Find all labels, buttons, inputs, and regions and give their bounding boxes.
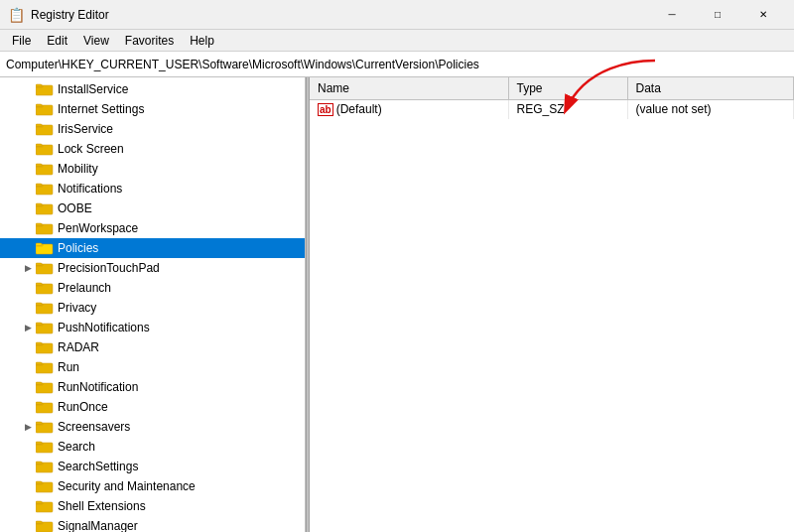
folder-icon: [36, 201, 54, 215]
tree-item-PrecisionTouchPad[interactable]: ▶ PrecisionTouchPad: [0, 258, 305, 278]
svg-rect-9: [36, 124, 42, 127]
expand-icon: ▶: [20, 323, 36, 332]
tree-item-label: Policies: [58, 241, 98, 255]
col-data[interactable]: Data: [627, 77, 794, 99]
address-path: Computer\HKEY_CURRENT_USER\Software\Micr…: [6, 58, 479, 71]
tree-item-LockScreen[interactable]: Lock Screen: [0, 139, 305, 159]
folder-icon: [36, 479, 54, 493]
menu-view[interactable]: View: [75, 32, 117, 50]
tree-item-label: RunOnce: [58, 400, 108, 414]
menu-favorites[interactable]: Favorites: [117, 32, 182, 50]
minimize-button[interactable]: ─: [649, 0, 695, 30]
tree-item-Policies[interactable]: Policies: [0, 238, 305, 258]
tree-item-RADAR[interactable]: RADAR: [0, 337, 305, 357]
tree-item-RunOnce[interactable]: RunOnce: [0, 397, 305, 417]
tree-item-InstallService[interactable]: InstallService: [0, 79, 305, 99]
svg-rect-45: [36, 362, 42, 365]
tree-item-Run[interactable]: Run: [0, 357, 305, 377]
tree-item-SearchSettings[interactable]: SearchSettings: [0, 457, 305, 476]
menu-edit[interactable]: Edit: [39, 32, 75, 50]
folder-icon: [36, 261, 54, 275]
tree-item-label: Lock Screen: [58, 142, 124, 156]
svg-rect-33: [36, 283, 42, 286]
tree-item-label: Run: [58, 360, 79, 374]
tree-item-Mobility[interactable]: Mobility: [0, 159, 305, 179]
close-button[interactable]: ✕: [740, 0, 786, 30]
tree-item-PushNotifications[interactable]: ▶ PushNotifications: [0, 318, 305, 337]
svg-rect-69: [36, 521, 42, 524]
tree-item-Prelaunch[interactable]: Prelaunch: [0, 278, 305, 298]
folder-icon: [36, 321, 54, 334]
tree-item-label: InstallService: [58, 82, 128, 96]
tree-item-SecurityMaintenance[interactable]: Security and Maintenance: [0, 476, 305, 496]
svg-rect-51: [36, 402, 42, 405]
tree-item-Notifications[interactable]: Notifications: [0, 179, 305, 199]
tree-item-label: PenWorkspace: [58, 221, 138, 235]
svg-rect-18: [36, 184, 42, 187]
svg-rect-12: [36, 144, 42, 147]
registry-table: Name Type Data ab(Default)REG_SZ(value n…: [310, 77, 794, 119]
tree-item-RunNotification[interactable]: RunNotification: [0, 377, 305, 397]
ab-icon: ab: [318, 103, 333, 116]
tree-item-InternetSettings[interactable]: Internet Settings: [0, 99, 305, 119]
menu-file[interactable]: File: [4, 32, 39, 50]
svg-rect-24: [36, 223, 42, 226]
reg-type: REG_SZ: [508, 99, 627, 119]
maximize-button[interactable]: □: [695, 0, 740, 30]
tree-pane[interactable]: InstallService Internet Settings IrisSer…: [0, 77, 306, 532]
right-pane: Name Type Data ab(Default)REG_SZ(value n…: [310, 77, 794, 532]
folder-icon: [36, 122, 54, 136]
svg-rect-15: [36, 164, 42, 167]
main-content: InstallService Internet Settings IrisSer…: [0, 77, 794, 532]
tree-item-label: Privacy: [58, 301, 96, 315]
folder-icon: [36, 281, 54, 295]
svg-rect-21: [36, 203, 42, 206]
folder-icon: [36, 380, 54, 394]
svg-rect-60: [36, 462, 42, 465]
tree-item-label: Screensavers: [58, 420, 130, 434]
svg-rect-48: [36, 382, 42, 385]
col-name[interactable]: Name: [310, 77, 508, 99]
col-type[interactable]: Type: [508, 77, 627, 99]
svg-rect-54: [36, 422, 42, 425]
window-controls: ─ □ ✕: [649, 0, 786, 30]
tree-item-Privacy[interactable]: Privacy: [0, 298, 305, 318]
svg-rect-6: [36, 104, 42, 107]
svg-rect-63: [36, 481, 42, 484]
tree-item-Search[interactable]: Search: [0, 437, 305, 457]
address-bar: Computer\HKEY_CURRENT_USER\Software\Micr…: [0, 52, 794, 77]
tree-item-label: RADAR: [58, 340, 99, 354]
folder-icon: [36, 142, 54, 156]
tree-item-label: Prelaunch: [58, 281, 111, 295]
app-title: Registry Editor: [31, 8, 109, 22]
tree-item-Screensavers[interactable]: ▶ Screensavers: [0, 417, 305, 437]
folder-icon: [36, 499, 54, 513]
folder-icon: [36, 360, 54, 374]
tree-item-SignalManager[interactable]: SignalManager: [0, 516, 305, 532]
folder-icon: [36, 420, 54, 434]
tree-item-label: Mobility: [58, 162, 98, 176]
reg-data: (value not set): [627, 99, 794, 119]
svg-rect-39: [36, 323, 42, 326]
tree-item-label: Security and Maintenance: [58, 479, 196, 493]
menu-help[interactable]: Help: [182, 32, 222, 50]
folder-icon: [36, 182, 54, 196]
folder-icon: [36, 400, 54, 414]
tree-item-label: PushNotifications: [58, 321, 150, 334]
tree-item-label: Notifications: [58, 182, 122, 196]
tree-item-IrisService[interactable]: IrisService: [0, 119, 305, 139]
tree-item-ShellExtensions[interactable]: Shell Extensions: [0, 496, 305, 516]
svg-rect-36: [36, 303, 42, 306]
tree-item-label: PrecisionTouchPad: [58, 261, 160, 275]
tree-item-PenWorkspace[interactable]: PenWorkspace: [0, 218, 305, 238]
app-icon: 📋: [8, 7, 25, 23]
tree-item-OOBE[interactable]: OOBE: [0, 199, 305, 218]
folder-icon: [36, 82, 54, 96]
table-row[interactable]: ab(Default)REG_SZ(value not set): [310, 99, 794, 119]
svg-rect-27: [36, 243, 42, 246]
svg-rect-30: [36, 263, 42, 266]
svg-rect-66: [36, 501, 42, 504]
svg-rect-3: [36, 84, 42, 87]
folder-icon: [36, 519, 54, 532]
folder-icon: [36, 241, 54, 255]
